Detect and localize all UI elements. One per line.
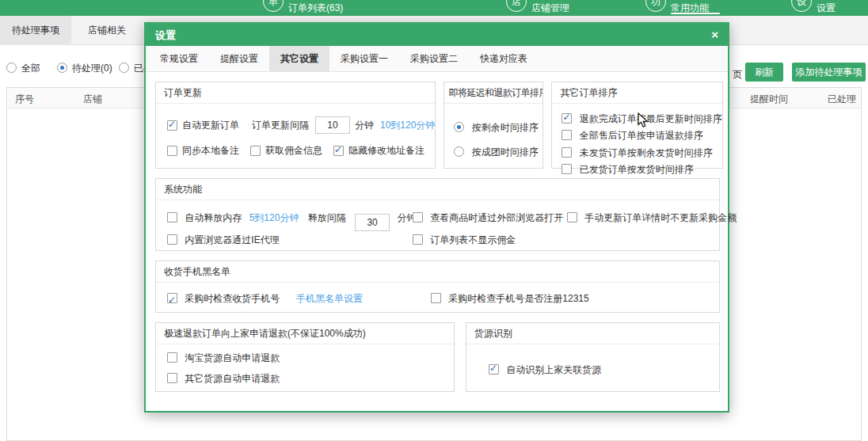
checkbox-hide-address-notes[interactable] [333, 146, 344, 156]
group-other-sort: 其它订单排序 退款完成订单按最后更新时间排序 全部售后订单按申请退款排序 未发货… [551, 82, 722, 169]
col-header-processed: 已处理 [828, 93, 856, 106]
checkbox-check-receiver-phone[interactable] [167, 293, 177, 303]
label-taobao-auto-refund: 淘宝货源自动申请退款 [185, 352, 280, 363]
group-delay-refund-sort-title: 即将延迟和退款订单排序 [444, 82, 542, 104]
checkbox-get-commission-info[interactable] [250, 146, 261, 156]
label-manual-update-no-amount: 手动更新订单详情时不更新采购金额 [584, 212, 737, 223]
add-pending-item-button[interactable]: 添加待处理事项 [792, 63, 866, 82]
link-release-range-hint: 5到120分钟 [249, 212, 299, 223]
link-interval-range-hint: 10到120分钟 [380, 119, 435, 132]
release-interval-input[interactable] [355, 214, 390, 231]
label-sync-local-notes: 同步本地备注 [182, 144, 239, 158]
pagination-text-tail: 页 [733, 68, 742, 82]
group-fast-refund: 极速退款订单向上家申请退款(不保证100%成功) 淘宝货源自动申请退款 其它货源… [155, 322, 455, 392]
checkbox-refund-done-sort[interactable] [562, 113, 572, 124]
checkbox-ie-proxy[interactable] [167, 234, 177, 245]
group-order-update: 订单更新 自动更新订单 订单更新间隔 分钟 10到120分钟 同步本地备注 获取… [155, 82, 436, 169]
checkbox-auto-update-orders[interactable] [167, 120, 177, 131]
label-get-commission-info: 获取佣金信息 [265, 144, 322, 158]
filter-all-label: 全部 [21, 63, 40, 74]
filter-pending[interactable]: 待处理(0) [57, 62, 112, 74]
tab-purchase-settings-1[interactable]: 采购设置一 [329, 46, 399, 71]
label-refund-done-sort: 退款完成订单按最后更新时间排序 [580, 113, 722, 124]
radio-pending[interactable] [57, 63, 67, 73]
active-nav-underline [671, 13, 720, 14]
group-source-identify-title: 货源识别 [466, 323, 719, 344]
checkbox-auto-release-memory[interactable] [167, 212, 177, 222]
tab-pending-items[interactable]: 待处理事项 [0, 16, 71, 45]
label-other-auto-refund: 其它货源自动申请退款 [185, 373, 280, 384]
settings-icon: 设 [791, 0, 812, 12]
settings-dialog: 设置 × 常规设置 提醒设置 其它设置 采购设置一 采购设置二 快递对应表 订单… [144, 22, 729, 412]
dialog-title: 设置 [155, 29, 176, 43]
label-auto-identify-source: 自动识别上家关联货源 [506, 364, 601, 375]
label-shipped-sort: 已发货订单按发货时间排序 [580, 164, 694, 175]
label-update-interval: 订单更新间隔 [252, 119, 309, 132]
radio-all[interactable] [6, 63, 17, 73]
filter-all[interactable]: 全部 [6, 62, 40, 74]
dialog-tab-bar: 常规设置 提醒设置 其它设置 采购设置一 采购设置二 快递对应表 [146, 46, 728, 72]
radio-sort-by-remaining-time[interactable] [454, 122, 464, 132]
filter-pending-label: 待处理(0) [72, 63, 112, 74]
checkbox-taobao-auto-refund[interactable] [167, 352, 177, 363]
label-sort-by-remaining-time: 按剩余时间排序 [472, 122, 539, 133]
label-check-12315: 采购时检查手机号是否注册12315 [448, 293, 588, 304]
group-other-sort-title: 其它订单排序 [552, 82, 721, 104]
label-auto-update-orders: 自动更新订单 [182, 119, 239, 132]
checkbox-other-auto-refund[interactable] [167, 373, 177, 383]
label-release-interval: 释放间隔 [308, 212, 346, 223]
shop-manage-icon: 店 [506, 0, 527, 12]
radio-processed[interactable] [119, 63, 129, 73]
group-source-identify: 货源识别 自动识别上家关联货源 [466, 322, 720, 392]
nav-label-settings: 设置 [817, 2, 836, 15]
checkbox-auto-identify-source[interactable] [489, 364, 499, 374]
label-hide-commission: 订单列表不显示佣金 [430, 234, 516, 245]
refresh-button[interactable]: 刷新 [745, 63, 783, 82]
label-unshipped-sort: 未发货订单按剩余发货时间排序 [580, 147, 713, 158]
checkbox-shipped-sort[interactable] [562, 164, 572, 174]
nav-label-order-list: 订单列表(63) [288, 2, 343, 15]
checkbox-hide-commission[interactable] [413, 234, 423, 245]
tab-shop-related[interactable]: 店铺相关 [71, 16, 143, 45]
close-icon[interactable]: × [711, 28, 718, 42]
group-system-functions: 系统功能 自动释放内存 5到120分钟 释放间隔 分钟 查看商品时通过外部浏览器… [155, 178, 720, 251]
dialog-body: 订单更新 自动更新订单 订单更新间隔 分钟 10到120分钟 同步本地备注 获取… [146, 72, 728, 392]
label-check-receiver-phone: 采购时检查收货手机号 [185, 293, 280, 304]
tab-other-settings[interactable]: 其它设置 [269, 46, 329, 71]
label-sort-by-group-time: 按成团时间排序 [472, 146, 539, 158]
group-system-functions-title: 系统功能 [156, 179, 719, 200]
radio-sort-by-group-time[interactable] [454, 146, 464, 157]
checkbox-sync-local-notes[interactable] [167, 146, 177, 156]
tab-express-mapping[interactable]: 快递对应表 [469, 46, 539, 71]
group-phone-blacklist-title: 收货手机黑名单 [156, 261, 719, 283]
update-interval-input[interactable] [315, 116, 350, 134]
label-external-browser: 查看商品时通过外部浏览器打开 [430, 212, 563, 223]
common-functions-icon: 功 [645, 0, 666, 12]
checkbox-check-12315[interactable] [431, 293, 441, 303]
label-hide-address-notes: 隐藏修改地址备注 [348, 144, 424, 158]
group-phone-blacklist: 收货手机黑名单 采购时检查收货手机号 手机黑名单设置 采购时检查手机号是否注册1… [155, 260, 720, 313]
checkbox-external-browser[interactable] [413, 212, 423, 222]
tab-purchase-settings-2[interactable]: 采购设置二 [399, 46, 469, 71]
dialog-header[interactable]: 设置 × [146, 24, 728, 46]
tab-reminder-settings[interactable]: 提醒设置 [209, 46, 269, 71]
order-list-icon: 单 [263, 0, 284, 12]
label-aftersale-sort: 全部售后订单按申请退款排序 [580, 130, 703, 141]
group-delay-refund-sort: 即将延迟和退款订单排序 按剩余时间排序 按成团时间排序 [444, 82, 543, 169]
group-fast-refund-title: 极速退款订单向上家申请退款(不保证100%成功) [156, 323, 454, 344]
label-interval-unit: 分钟 [355, 119, 374, 132]
checkbox-manual-update-no-amount[interactable] [567, 212, 577, 222]
link-phone-blacklist-settings[interactable]: 手机黑名单设置 [296, 290, 363, 307]
checkbox-unshipped-sort[interactable] [562, 147, 572, 158]
tab-general-settings[interactable]: 常规设置 [149, 46, 209, 71]
col-header-index: 序号 [15, 93, 34, 106]
col-header-remind-time: 提醒时间 [750, 93, 788, 106]
label-ie-proxy: 内置浏览器通过IE代理 [185, 234, 279, 245]
label-auto-release-memory: 自动释放内存 [185, 212, 242, 223]
nav-label-shop-manage: 店铺管理 [531, 2, 569, 15]
group-order-update-title: 订单更新 [156, 82, 435, 104]
col-header-shop: 店铺 [83, 93, 102, 106]
checkbox-aftersale-sort[interactable] [562, 130, 572, 140]
top-nav-bar: 单 订单列表(63) 店 店铺管理 功 常用功能 设 设置 [0, 0, 868, 16]
